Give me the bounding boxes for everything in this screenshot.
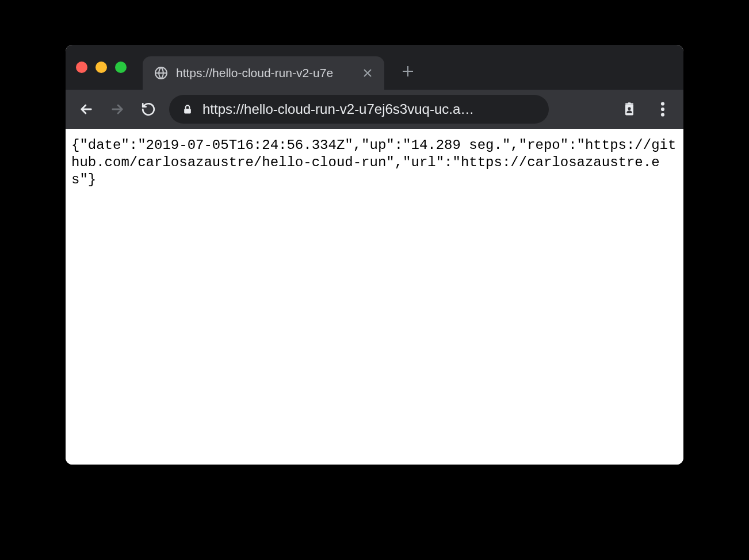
svg-point-5 bbox=[661, 108, 664, 111]
window-controls bbox=[76, 62, 127, 73]
close-tab-button[interactable] bbox=[359, 66, 376, 80]
menu-button[interactable] bbox=[652, 99, 673, 120]
page-content: {"date":"2019-07-05T16:24:56.334Z","up":… bbox=[66, 129, 683, 465]
forward-button[interactable] bbox=[107, 99, 128, 120]
url-text: https://hello-cloud-run-v2-u7ej6s3vuq-uc… bbox=[202, 101, 474, 117]
browser-window: https://hello-cloud-run-v2-u7e bbox=[66, 45, 683, 465]
svg-point-6 bbox=[661, 113, 664, 116]
response-body: {"date":"2019-07-05T16:24:56.334Z","up":… bbox=[71, 137, 678, 189]
tab-strip: https://hello-cloud-run-v2-u7e bbox=[66, 45, 683, 90]
reload-button[interactable] bbox=[138, 99, 159, 120]
maximize-window-button[interactable] bbox=[115, 62, 127, 73]
svg-point-4 bbox=[661, 102, 664, 105]
lock-icon bbox=[182, 103, 193, 115]
back-button[interactable] bbox=[76, 99, 97, 120]
close-window-button[interactable] bbox=[76, 62, 87, 73]
svg-rect-1 bbox=[184, 109, 191, 113]
profile-button[interactable] bbox=[619, 99, 640, 120]
new-tab-button[interactable] bbox=[402, 65, 422, 78]
globe-icon bbox=[154, 66, 168, 80]
minimize-window-button[interactable] bbox=[95, 62, 107, 73]
svg-point-3 bbox=[628, 107, 630, 110]
browser-tab[interactable]: https://hello-cloud-run-v2-u7e bbox=[143, 56, 384, 90]
toolbar: https://hello-cloud-run-v2-u7ej6s3vuq-uc… bbox=[66, 90, 683, 129]
tab-title: https://hello-cloud-run-v2-u7e bbox=[176, 66, 351, 80]
address-bar[interactable]: https://hello-cloud-run-v2-u7ej6s3vuq-uc… bbox=[169, 95, 549, 124]
